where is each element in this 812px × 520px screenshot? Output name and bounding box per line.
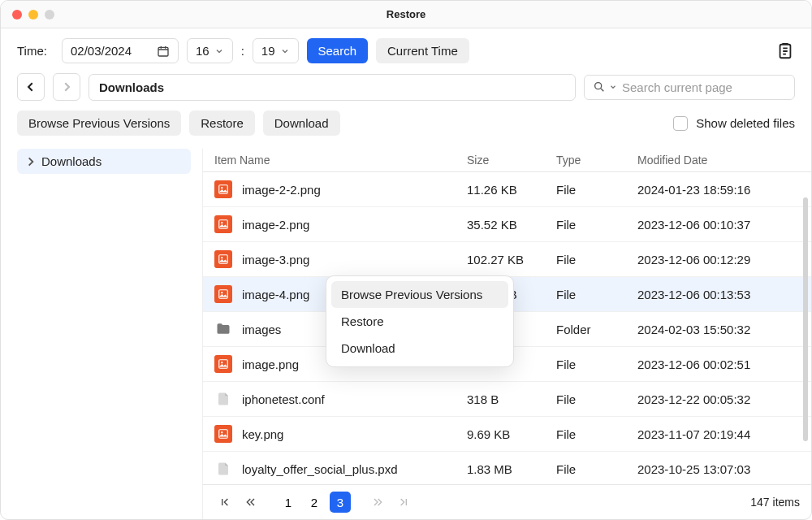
table-row[interactable]: iphonetest.conf318 BFile2023-12-22 00:05… (203, 382, 811, 417)
file-modified: 2023-12-06 00:13:53 (637, 288, 800, 301)
title-bar: Restore (1, 1, 811, 28)
image-file-icon (214, 285, 232, 303)
file-type: Folder (556, 323, 637, 336)
current-time-button[interactable]: Current Time (376, 38, 469, 63)
action-row: Browse Previous Versions Restore Downloa… (1, 110, 811, 144)
file-type: File (556, 288, 637, 301)
pager-page[interactable]: 3 (330, 492, 351, 513)
svg-rect-0 (158, 47, 168, 56)
pager-first-button[interactable] (214, 492, 235, 513)
hour-value: 16 (196, 44, 209, 58)
svg-rect-3 (219, 185, 228, 194)
nav-forward-button[interactable] (53, 73, 80, 101)
svg-point-8 (221, 257, 222, 258)
file-name: image-2-2.png (242, 183, 467, 197)
image-file-icon (214, 250, 232, 268)
image-file-icon (214, 215, 232, 233)
file-modified: 2023-12-06 00:10:37 (637, 218, 800, 232)
file-type: File (556, 218, 637, 232)
sidebar-item-label: Downloads (41, 154, 102, 168)
pager-prev-button[interactable] (240, 492, 261, 513)
file-size: 102.27 KB (467, 253, 556, 266)
file-name: key.png (242, 427, 467, 441)
file-modified: 2024-02-03 15:50:32 (637, 323, 800, 336)
context-menu: Browse Previous VersionsRestoreDownload (326, 275, 514, 367)
image-file-icon (214, 425, 232, 443)
context-menu-item[interactable]: Download (331, 335, 508, 362)
table-row[interactable]: image-2-2.png11.26 KBFile2024-01-23 18:5… (203, 172, 811, 207)
file-modified: 2023-10-25 13:07:03 (637, 462, 800, 476)
hour-select[interactable]: 16 (187, 38, 233, 63)
svg-point-6 (221, 222, 222, 223)
svg-point-12 (221, 362, 222, 363)
context-menu-item[interactable]: Restore (331, 308, 508, 335)
sidebar-item-downloads[interactable]: Downloads (17, 149, 191, 174)
show-deleted-checkbox[interactable] (673, 116, 688, 131)
date-field[interactable] (62, 38, 179, 63)
file-name: image-3.png (242, 253, 467, 266)
table-row[interactable]: loyalty_offer_social_plus.pxd1.83 MBFile… (203, 452, 811, 484)
pager-count: 147 items (750, 496, 800, 509)
file-name: loyalty_offer_social_plus.pxd (242, 462, 467, 476)
path-field[interactable]: Downloads (89, 74, 576, 101)
sidebar: Downloads (1, 149, 202, 519)
svg-point-14 (221, 431, 222, 433)
column-header-size[interactable]: Size (467, 154, 556, 167)
file-modified: 2023-11-07 20:19:44 (637, 427, 800, 441)
column-header-type[interactable]: Type (556, 154, 637, 167)
svg-rect-9 (219, 290, 228, 299)
file-size: 318 B (467, 392, 556, 406)
svg-point-2 (595, 83, 602, 89)
table-row[interactable]: image-3.png102.27 KBFile2023-12-06 00:12… (203, 242, 811, 277)
svg-rect-11 (219, 360, 228, 369)
file-type: File (556, 392, 637, 406)
folder-icon (214, 320, 232, 338)
pager-page[interactable]: 1 (278, 492, 299, 513)
svg-rect-5 (219, 220, 228, 229)
file-size: 11.26 KB (467, 183, 556, 197)
file-type: File (556, 183, 637, 197)
window-title: Restore (1, 8, 811, 20)
calendar-icon (157, 45, 170, 58)
document-file-icon (214, 460, 232, 478)
file-modified: 2023-12-22 00:05:32 (637, 392, 800, 406)
svg-point-4 (221, 187, 222, 188)
minute-select[interactable]: 19 (253, 38, 299, 63)
browse-previous-versions-button[interactable]: Browse Previous Versions (17, 110, 181, 136)
table-row[interactable]: key.png9.69 KBFile2023-11-07 20:19:44 (203, 417, 811, 452)
file-modified: 2023-12-06 00:12:29 (637, 253, 800, 266)
toolbar: Time: 16 : 19 Search Current Time (1, 28, 811, 73)
scrollbar[interactable] (803, 173, 808, 487)
time-label: Time: (17, 44, 47, 58)
restore-button[interactable]: Restore (189, 110, 255, 136)
chevron-right-icon (25, 156, 37, 167)
svg-rect-7 (219, 255, 228, 264)
scrollbar-thumb[interactable] (803, 197, 808, 441)
image-file-icon (214, 180, 232, 198)
date-input[interactable] (71, 44, 150, 58)
prev-page-icon (244, 496, 257, 509)
file-type: File (556, 462, 637, 476)
image-file-icon (214, 355, 232, 373)
next-page-icon (371, 496, 384, 509)
search-input[interactable] (622, 80, 786, 94)
column-header-modified[interactable]: Modified Date (637, 154, 800, 167)
download-button[interactable]: Download (263, 110, 340, 136)
table-row[interactable]: image-2.png35.52 KBFile2023-12-06 00:10:… (203, 207, 811, 242)
nav-back-button[interactable] (17, 73, 45, 101)
file-name: image-2.png (242, 218, 467, 232)
search-button[interactable]: Search (307, 38, 369, 63)
context-menu-item[interactable]: Browse Previous Versions (331, 281, 508, 308)
task-list-icon[interactable] (775, 41, 795, 61)
chevron-down-icon (214, 46, 224, 56)
pager: 123 147 items (203, 484, 811, 519)
pager-page[interactable]: 2 (304, 492, 325, 513)
file-size: 35.52 KB (467, 218, 556, 232)
pager-next-button[interactable] (367, 492, 388, 513)
nav-row: Downloads (1, 73, 811, 110)
file-type: File (556, 427, 637, 441)
file-name: iphonetest.conf (242, 392, 467, 406)
search-input-group[interactable] (584, 75, 795, 100)
pager-last-button[interactable] (393, 492, 414, 513)
column-header-name[interactable]: Item Name (214, 154, 467, 167)
